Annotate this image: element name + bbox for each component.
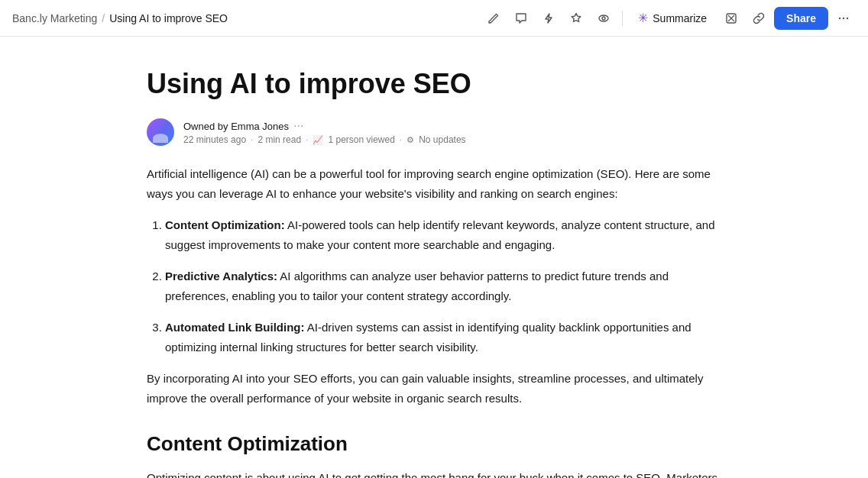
comment-icon (515, 12, 527, 24)
owner-name: Owned by Emma Jones (183, 121, 289, 132)
svg-point-4 (843, 17, 844, 18)
views-count: 1 person viewed (328, 134, 394, 145)
eye-icon (598, 12, 610, 24)
list-item: Predictive Analytics: AI algorithms can … (165, 266, 721, 305)
dot-1: · (251, 134, 253, 145)
more-options-button[interactable] (831, 6, 856, 31)
owner-more-button[interactable]: ··· (293, 119, 303, 133)
toolbar-divider (622, 11, 623, 26)
updates-text: No updates (419, 134, 465, 145)
link-button[interactable] (747, 6, 771, 31)
breadcrumb: Banc.ly Marketing / Using AI to improve … (12, 12, 228, 24)
svg-point-5 (847, 17, 848, 18)
svg-point-1 (602, 17, 605, 20)
share-button[interactable]: Share (774, 7, 828, 30)
topbar-actions: ✳ Summarize Share (481, 6, 856, 31)
features-list: Content Optimization: AI-powered tools c… (165, 215, 721, 357)
svg-point-3 (839, 17, 840, 18)
intro-paragraph: Artificial intelligence (AI) can be a po… (147, 164, 721, 203)
avatar (147, 118, 174, 146)
summarize-button[interactable]: ✳ Summarize (629, 6, 716, 30)
breadcrumb-root[interactable]: Banc.ly Marketing (12, 12, 97, 24)
section-body: Optimizing content is about using AI to … (147, 468, 721, 478)
meta-owner-row: Owned by Emma Jones ··· (183, 119, 466, 133)
no-access-button[interactable] (719, 6, 743, 31)
doc-title: Using AI to improve SEO (147, 67, 721, 100)
lightning-icon (542, 12, 555, 24)
breadcrumb-current: Using AI to improve SEO (109, 12, 228, 24)
section-heading: Content Optimization (147, 432, 721, 456)
edit-icon (487, 12, 500, 24)
item-2-heading: Predictive Analytics: (165, 270, 277, 283)
views-icon: 📈 (313, 135, 323, 145)
lightning-button[interactable] (536, 6, 561, 31)
summarize-label: Summarize (653, 12, 707, 24)
meta-stats: 22 minutes ago · 2 min read · 📈 1 person… (183, 134, 466, 145)
no-access-icon (725, 12, 737, 24)
updates-icon: ⚙ (406, 135, 414, 145)
dot-3: · (400, 134, 402, 145)
comment-button[interactable] (509, 6, 533, 31)
topbar: Banc.ly Marketing / Using AI to improve … (0, 0, 868, 37)
doc-body: Artificial intelligence (AI) can be a po… (147, 164, 721, 478)
view-button[interactable] (591, 6, 616, 31)
edit-button[interactable] (481, 6, 506, 31)
dot-2: · (306, 134, 308, 145)
meta-info: Owned by Emma Jones ··· 22 minutes ago ·… (183, 119, 466, 145)
list-item: Content Optimization: AI-powered tools c… (165, 215, 721, 254)
more-options-icon (837, 12, 850, 24)
item-1-heading: Content Optimization: (165, 218, 285, 231)
list-item: Automated Link Building: AI-driven syste… (165, 318, 721, 357)
star-button[interactable] (564, 6, 588, 31)
read-time: 2 min read (257, 134, 301, 145)
outro-paragraph: By incorporating AI into your SEO effort… (147, 369, 721, 408)
breadcrumb-separator: / (102, 12, 105, 24)
content-area: Using AI to improve SEO Owned by Emma Jo… (0, 37, 868, 478)
summarize-icon: ✳ (638, 11, 648, 25)
link-icon (753, 12, 765, 24)
item-3-heading: Automated Link Building: (165, 321, 304, 334)
star-icon (570, 12, 582, 24)
time-ago: 22 minutes ago (183, 134, 246, 145)
svg-point-0 (599, 15, 608, 21)
doc-meta: Owned by Emma Jones ··· 22 minutes ago ·… (147, 118, 721, 146)
